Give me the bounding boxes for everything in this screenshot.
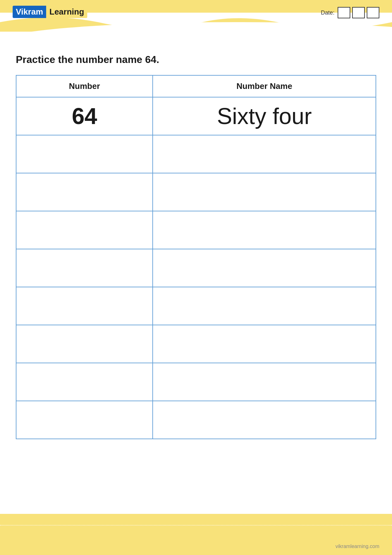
bottom-banner: vikramlearning.com — [0, 514, 392, 555]
instruction-title: Practice the number name 64. — [16, 54, 376, 65]
date-box-1[interactable] — [338, 7, 350, 18]
date-box-3[interactable] — [367, 7, 379, 18]
number-name-cell: Sixty four — [153, 97, 376, 135]
logo-vikram: Vikram — [13, 6, 46, 18]
date-label: Date: — [321, 9, 334, 16]
main-content: Practice the number name 64. Number Numb… — [0, 32, 392, 455]
logo-learning: Learning — [46, 6, 87, 18]
table-row — [16, 401, 376, 439]
svg-rect-0 — [0, 532, 392, 555]
empty-name-cell[interactable] — [153, 249, 376, 287]
empty-number-cell[interactable] — [16, 401, 153, 439]
date-area: Date: — [321, 7, 379, 18]
top-banner: Vikram Learning Date: — [0, 0, 392, 32]
number-name-value: Sixty four — [217, 103, 312, 129]
date-boxes — [338, 7, 379, 18]
empty-name-cell[interactable] — [153, 363, 376, 401]
empty-number-cell[interactable] — [16, 363, 153, 401]
practice-table: Number Number Name 64 Sixty four — [16, 75, 376, 439]
empty-number-cell[interactable] — [16, 287, 153, 325]
empty-name-cell[interactable] — [153, 211, 376, 249]
empty-number-cell[interactable] — [16, 325, 153, 363]
empty-name-cell[interactable] — [153, 173, 376, 211]
table-row — [16, 287, 376, 325]
table-row — [16, 211, 376, 249]
table-row — [16, 173, 376, 211]
col-number-header: Number — [16, 75, 153, 97]
empty-number-cell[interactable] — [16, 211, 153, 249]
website-label: vikramlearning.com — [335, 544, 379, 549]
empty-name-cell[interactable] — [153, 325, 376, 363]
empty-name-cell[interactable] — [153, 287, 376, 325]
empty-number-cell[interactable] — [16, 173, 153, 211]
table-row — [16, 135, 376, 173]
empty-number-cell[interactable] — [16, 135, 153, 173]
date-box-2[interactable] — [352, 7, 365, 18]
table-header-row: Number Number Name — [16, 75, 376, 97]
table-row-first: 64 Sixty four — [16, 97, 376, 135]
number-cell: 64 — [16, 97, 153, 135]
table-row — [16, 363, 376, 401]
logo: Vikram Learning — [13, 6, 87, 18]
table-row — [16, 325, 376, 363]
empty-number-cell[interactable] — [16, 249, 153, 287]
table-row — [16, 249, 376, 287]
empty-name-cell[interactable] — [153, 401, 376, 439]
col-name-header: Number Name — [153, 75, 376, 97]
empty-name-cell[interactable] — [153, 135, 376, 173]
number-value: 64 — [72, 103, 97, 129]
